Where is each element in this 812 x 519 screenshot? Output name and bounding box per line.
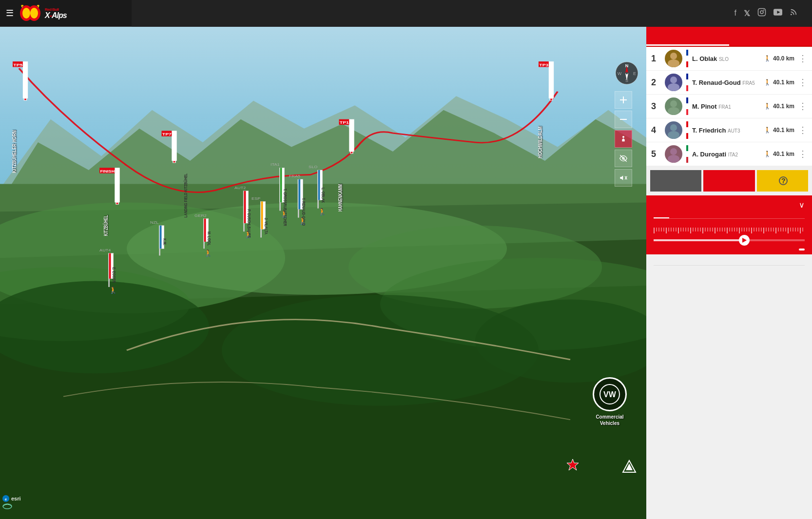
svg-point-121	[668, 107, 679, 115]
table-row: 2 T. Renaud-Goud FRA5 🚶 40.1 km ⋮	[646, 71, 812, 95]
leader-info-5: A. Durogati ITA2	[692, 151, 760, 158]
svg-text:E. EGGER: E. EGGER	[112, 267, 116, 283]
zoom-in-btn[interactable]	[615, 91, 632, 109]
live-badge	[799, 249, 805, 250]
svg-point-22	[222, 295, 539, 406]
timeline-ticks-top: // Generate tick marks const ticks = doc…	[654, 228, 805, 233]
more-options-3[interactable]: ⋮	[798, 101, 807, 112]
replay-tabs	[654, 213, 805, 219]
ita-flag-stripe	[686, 145, 688, 163]
svg-text:🚶: 🚶	[203, 250, 214, 257]
leader-name-1: L. Oblak SLO	[692, 55, 760, 62]
walk-icon-3: 🚶	[764, 103, 771, 110]
tab-all[interactable]	[729, 37, 812, 46]
map-sky	[0, 27, 646, 249]
svg-point-119	[668, 83, 679, 91]
svg-marker-14	[0, 239, 646, 519]
leader-info-1: L. Oblak SLO	[692, 55, 760, 62]
walk-icon-1: 🚶	[764, 55, 771, 62]
leader-distance-2: 🚶 40.1 km	[764, 79, 794, 86]
svg-marker-110	[567, 459, 579, 470]
svg-point-124	[670, 148, 677, 155]
main-content: TP5 KITZBÜHELER HORN TP3 HOCHWILDALM TP7	[0, 27, 812, 519]
leader-distance-3: 🚶 40.1 km	[764, 103, 794, 110]
rss-icon[interactable]	[790, 8, 797, 18]
hamburger-menu[interactable]: ☰	[6, 8, 14, 19]
logo-area: Red Bull X-Alps	[19, 4, 67, 22]
svg-point-21	[0, 281, 209, 374]
leader-info-2: T. Renaud-Goud FRA5	[692, 79, 760, 86]
rank-1: 1	[651, 54, 661, 64]
more-options-5[interactable]: ⋮	[798, 149, 807, 159]
svg-text:E: E	[633, 71, 636, 76]
tab-overview[interactable]	[646, 37, 729, 46]
replay-tab-today[interactable]	[654, 213, 669, 218]
svg-text:W: W	[618, 71, 622, 76]
walk-icon-2: 🚶	[764, 79, 771, 86]
twitter-icon[interactable]: 𝕏	[744, 9, 750, 18]
visibility-btn[interactable]	[615, 150, 632, 167]
social-icons: f 𝕏	[735, 8, 797, 19]
leaderboard: 1 L. Oblak SLO 🚶 40.0 km ⋮ 2	[646, 47, 812, 166]
table-row: 1 L. Oblak SLO 🚶 40.0 km ⋮	[646, 47, 812, 71]
youtube-icon[interactable]	[773, 9, 782, 18]
compass: N S W E	[615, 61, 639, 85]
svg-point-23	[475, 300, 646, 383]
vw-text: CommercialVehicles	[596, 414, 623, 426]
dashboard-tabs	[646, 37, 812, 47]
replay-chevron-icon[interactable]: ∨	[799, 200, 805, 210]
instagram-icon[interactable]	[757, 8, 766, 19]
avatar-5	[665, 145, 682, 163]
map-area[interactable]: TP5 KITZBÜHELER HORN TP3 HOCHWILDALM TP7	[0, 27, 646, 519]
more-options-1[interactable]: ⋮	[798, 53, 807, 64]
table-row: 4 T. Friedrich AUT3 🚶 40.1 km ⋮	[646, 118, 812, 142]
svg-rect-53	[108, 279, 110, 287]
timeline-thumb[interactable]	[739, 235, 750, 246]
svg-point-5	[760, 11, 763, 14]
rank-2: 2	[651, 77, 661, 88]
walk-icon-4: 🚶	[764, 127, 771, 134]
svg-point-9	[791, 14, 792, 15]
leader-name-4: T. Friedrich AUT3	[692, 127, 760, 134]
leader-name-2: T. Renaud-Goud FRA5	[692, 79, 760, 86]
cesium-icon	[2, 503, 12, 509]
more-options-2[interactable]: ⋮	[798, 77, 807, 88]
news-divider	[654, 265, 805, 266]
btn-3d[interactable]	[703, 170, 754, 192]
more-options-4[interactable]: ⋮	[798, 125, 807, 135]
facebook-icon[interactable]: f	[735, 9, 736, 18]
vw-sponsor: VW CommercialVehicles	[593, 377, 627, 426]
zoom-out-btn[interactable]	[615, 111, 632, 128]
sound-btn[interactable]	[615, 169, 632, 187]
leader-info-4: T. Friedrich AUT3	[692, 127, 760, 134]
aut-flag-stripe	[686, 121, 688, 139]
view-buttons: ?	[646, 166, 812, 195]
btn-2d[interactable]	[650, 170, 701, 192]
fra-flag-stripe-2	[686, 97, 688, 115]
svg-point-116	[670, 53, 677, 59]
svg-marker-13	[0, 202, 646, 519]
svg-point-6	[763, 10, 764, 11]
race-news	[646, 254, 812, 276]
header-left: ☰ Red Bull X-Alps	[0, 4, 132, 22]
leader-name-5: A. Durogati ITA2	[692, 151, 760, 158]
person-view-btn[interactable]	[615, 130, 632, 148]
rank-5: 5	[651, 149, 661, 159]
table-row: 5 A. Durogati ITA2 🚶 40.1 km ⋮	[646, 142, 812, 166]
timeline-bar	[654, 239, 805, 241]
rank-3: 3	[651, 101, 661, 112]
svg-text:e: e	[5, 497, 7, 501]
timeline-track[interactable]	[654, 235, 805, 245]
avatar-2	[665, 74, 682, 91]
replay-header: ∨	[654, 200, 805, 210]
svg-point-20	[380, 258, 646, 350]
svg-point-118	[670, 77, 677, 83]
svg-point-122	[670, 124, 677, 131]
bullitt-sponsor	[622, 460, 637, 475]
svg-point-2	[22, 8, 30, 19]
salewa-sponsor	[565, 458, 583, 475]
btn-help[interactable]: ?	[757, 170, 808, 192]
table-row: 3 M. Pinot FRA1 🚶 40.1 km ⋮	[646, 95, 812, 118]
svg-point-117	[668, 59, 679, 67]
header-center: f 𝕏	[132, 0, 812, 27]
